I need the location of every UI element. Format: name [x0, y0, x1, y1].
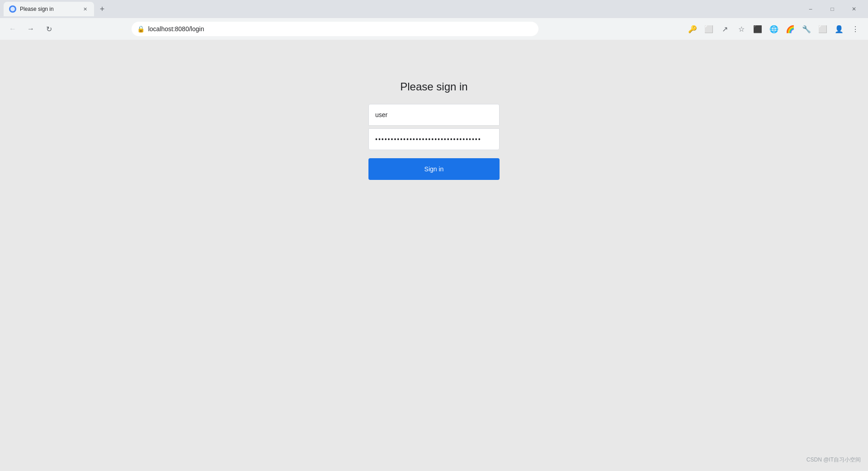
tab-favicon: [9, 5, 16, 13]
address-bar-row: ← → ↻ 🔒 localhost:8080/login 🔑 ⬜ ↗ ☆ ⬛ 🌐…: [0, 18, 868, 40]
profile-icon[interactable]: 👤: [832, 22, 846, 36]
maximize-button[interactable]: □: [822, 0, 843, 18]
tab-bar: Please sign in ✕ + – □ ✕: [0, 0, 868, 18]
extension1-icon[interactable]: ⬛: [750, 22, 765, 36]
tab-close-button[interactable]: ✕: [81, 5, 89, 13]
tab-title: Please sign in: [20, 6, 78, 12]
back-button[interactable]: ←: [5, 22, 20, 36]
password-manager-icon[interactable]: 🔑: [685, 22, 700, 36]
new-tab-button[interactable]: +: [96, 3, 108, 15]
toolbar-icons: 🔑 ⬜ ↗ ☆ ⬛ 🌐 🌈 🔧 ⬜ 👤 ⋮: [685, 22, 863, 36]
login-form: Sign in: [368, 104, 500, 180]
split-view-icon[interactable]: ⬜: [816, 22, 830, 36]
reload-button[interactable]: ↻: [42, 22, 56, 36]
page-title: Please sign in: [400, 80, 467, 93]
lock-icon: 🔒: [137, 25, 145, 33]
minimize-button[interactable]: –: [800, 0, 821, 18]
share-icon[interactable]: ↗: [718, 22, 732, 36]
svg-point-0: [10, 7, 15, 11]
extension2-icon[interactable]: 🌐: [767, 22, 781, 36]
address-bar[interactable]: 🔒 localhost:8080/login: [132, 22, 538, 36]
extensions-icon[interactable]: 🔧: [799, 22, 814, 36]
extension3-icon[interactable]: 🌈: [783, 22, 797, 36]
window-controls: – □ ✕: [800, 0, 864, 18]
page-content: Please sign in Sign in CSDN @IT自习小空间: [0, 40, 868, 471]
translate-icon[interactable]: ⬜: [702, 22, 716, 36]
sign-in-button[interactable]: Sign in: [368, 158, 500, 180]
close-window-button[interactable]: ✕: [844, 0, 864, 18]
watermark: CSDN @IT自习小空间: [807, 456, 861, 464]
menu-icon[interactable]: ⋮: [848, 22, 863, 36]
username-input[interactable]: [368, 104, 500, 126]
login-container: Please sign in Sign in: [0, 80, 868, 180]
active-tab[interactable]: Please sign in ✕: [4, 2, 94, 16]
bookmark-icon[interactable]: ☆: [734, 22, 749, 36]
url-display: localhost:8080/login: [148, 25, 533, 33]
forward-button[interactable]: →: [24, 22, 38, 36]
password-input[interactable]: [368, 128, 500, 150]
